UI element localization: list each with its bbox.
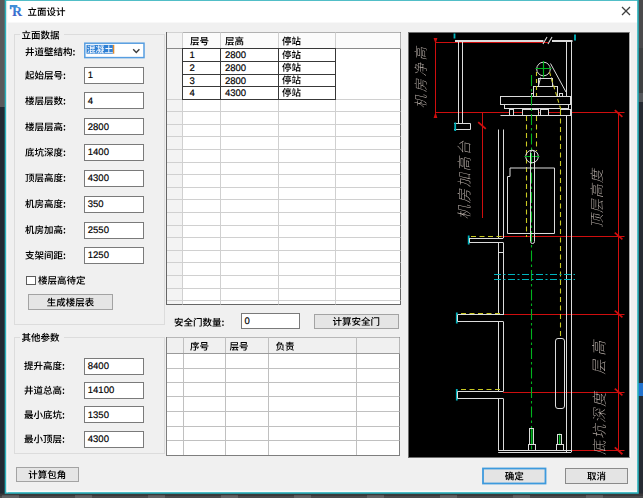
svg-text:R: R xyxy=(12,5,23,20)
svg-text:3: 3 xyxy=(190,76,195,87)
svg-text:2550: 2550 xyxy=(88,225,109,236)
svg-text:1: 1 xyxy=(190,50,195,61)
svg-text:1250: 1250 xyxy=(88,250,109,261)
svg-text:4300: 4300 xyxy=(88,173,109,184)
svg-text:1400: 1400 xyxy=(88,147,109,158)
svg-text:4: 4 xyxy=(88,96,93,107)
svg-text:8400: 8400 xyxy=(88,361,109,372)
svg-text:0: 0 xyxy=(245,316,250,327)
svg-text:4300: 4300 xyxy=(88,434,109,445)
svg-text:4: 4 xyxy=(190,88,195,99)
svg-text:1: 1 xyxy=(88,70,93,81)
svg-text:2: 2 xyxy=(190,63,195,74)
svg-text:2800: 2800 xyxy=(225,63,246,74)
svg-text:4300: 4300 xyxy=(225,88,246,99)
svg-text:1350: 1350 xyxy=(88,410,109,421)
svg-text:2800: 2800 xyxy=(88,122,109,133)
svg-text:2800: 2800 xyxy=(225,50,246,61)
svg-text:2800: 2800 xyxy=(225,76,246,87)
svg-text:14100: 14100 xyxy=(88,385,114,396)
svg-text:350: 350 xyxy=(88,199,104,210)
